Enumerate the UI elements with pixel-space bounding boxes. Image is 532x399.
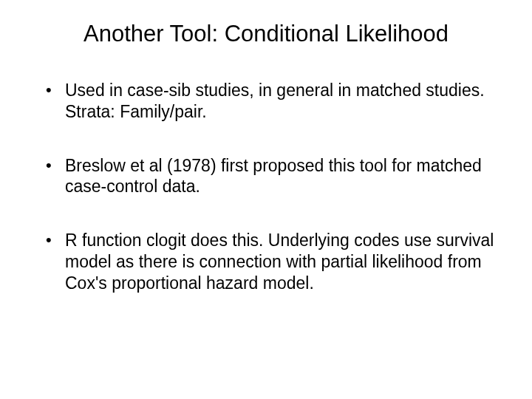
- slide: Another Tool: Conditional Likelihood Use…: [0, 0, 532, 399]
- bullet-item: Used in case-sib studies, in general in …: [44, 80, 502, 123]
- bullet-item: R function clogit does this. Underlying …: [44, 230, 502, 293]
- bullet-item: Breslow et al (1978) first proposed this…: [44, 155, 502, 198]
- slide-title: Another Tool: Conditional Likelihood: [30, 21, 502, 47]
- bullet-list: Used in case-sib studies, in general in …: [44, 80, 502, 293]
